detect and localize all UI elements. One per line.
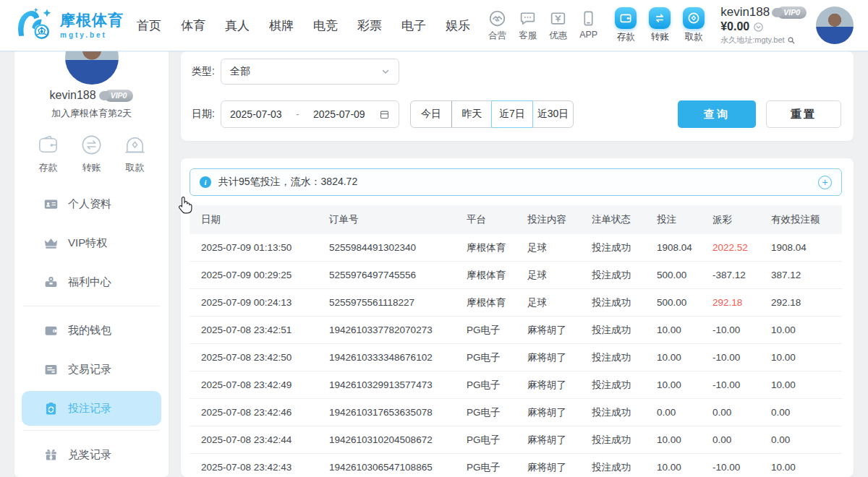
nav-item[interactable]: 真人 (225, 17, 250, 34)
cell-order: 1942610337782070273 (329, 325, 467, 335)
sidebar-item-wallet[interactable]: 我的钱包 (14, 311, 169, 350)
cell-order: 5255984491302340 (329, 242, 467, 253)
info-icon: i (200, 176, 211, 188)
partner-link[interactable]: 合营 (488, 9, 506, 42)
cell-valid: 10.00 (771, 462, 842, 473)
nav-item[interactable]: 棋牌 (269, 17, 294, 34)
cell-order: 5255976497745556 (329, 270, 467, 280)
cell-platform: PG电子 (467, 379, 527, 392)
cell-bet: 10.00 (657, 434, 712, 445)
app-label: APP (579, 30, 597, 40)
refresh-balance-icon[interactable] (753, 22, 764, 33)
cell-status: 投注成功 (592, 434, 657, 447)
range-today[interactable]: 今日 (411, 101, 451, 127)
col-content: 投注内容 (527, 213, 592, 226)
cell-content: 足球 (527, 241, 592, 254)
sidebar-transfer-button[interactable]: 转账 (80, 133, 103, 174)
withdraw-icon (123, 133, 147, 157)
chevron-down-icon (381, 67, 390, 76)
cell-bet: 10.00 (657, 325, 712, 335)
cell-platform: 摩根体育 (467, 241, 527, 254)
benefits-box-icon (43, 275, 59, 290)
sidebar-item-bet-records[interactable]: 投注记录 (22, 391, 161, 426)
sidebar-item-vip[interactable]: VIP特权 (14, 223, 169, 262)
date-range-input[interactable]: 2025-07-03 - 2025-07-09 (221, 100, 399, 128)
cell-order: 1942610333348676102 (329, 352, 467, 363)
cell-content: 足球 (527, 269, 592, 282)
col-platform: 平台 (467, 213, 527, 226)
table-row: 2025-07-08 23:42:44 1942610310204508672 … (190, 426, 842, 454)
support-label: 客服 (519, 30, 537, 42)
brand-logo-icon (14, 6, 54, 45)
expand-icon[interactable]: + (818, 176, 832, 189)
query-button[interactable]: 查询 (678, 100, 756, 128)
sidebar-withdraw-label: 取款 (126, 161, 145, 174)
cell-status: 投注成功 (592, 296, 657, 309)
withdraw-label: 取款 (685, 31, 703, 43)
header-quick-links: 合营 客服 优惠 (488, 9, 597, 42)
range-30days[interactable]: 近30日 (532, 101, 573, 127)
sidebar-item-label: 福利中心 (68, 275, 111, 289)
wallet-icon (43, 323, 59, 338)
app-link[interactable]: APP (579, 9, 597, 42)
range-yesterday[interactable]: 昨天 (451, 101, 492, 127)
deposit-button[interactable]: 存款 (615, 7, 637, 43)
cell-payout: -10.00 (712, 462, 771, 473)
nav-item[interactable]: 体育 (181, 17, 205, 34)
filter-panel: 类型: 全部 日期: 2025-07-03 - 2025-07-09 (181, 51, 854, 141)
deposit-wallet-icon (615, 7, 637, 29)
nav-item[interactable]: 娱乐 (446, 17, 470, 34)
vip-badge: VIP0 (777, 7, 807, 19)
transfer-button[interactable]: 转账 (649, 7, 671, 43)
bet-records-icon (43, 401, 59, 416)
sidebar-item-transactions[interactable]: 交易记录 (14, 350, 169, 389)
joined-days: 加入摩根体育第2天 (14, 107, 169, 120)
search-domain-icon[interactable] (787, 36, 796, 45)
reset-button[interactable]: 重置 (766, 100, 841, 128)
cell-platform: PG电子 (467, 351, 527, 364)
cell-content: 麻将胡了 (527, 379, 592, 392)
table-row: 2025-07-08 23:42:50 1942610333348676102 … (190, 344, 842, 371)
cell-date: 2025-07-09 01:13:50 (201, 242, 329, 253)
sidebar-item-profile[interactable]: 个人资料 (14, 184, 169, 223)
type-select[interactable]: 全部 (221, 59, 399, 85)
cell-payout: 292.18 (712, 297, 771, 308)
cell-platform: PG电子 (467, 434, 527, 447)
calendar-icon (379, 109, 390, 120)
brand-domain: mgty.bet (60, 31, 124, 39)
promo-link[interactable]: 优惠 (549, 9, 567, 42)
nav-item[interactable]: 电子 (401, 17, 426, 34)
support-link[interactable]: 客服 (519, 9, 537, 42)
cell-content: 麻将胡了 (527, 434, 592, 447)
nav-item[interactable]: 彩票 (357, 17, 382, 34)
summary-bar: i 共计95笔投注，流水：3824.72 + (190, 168, 842, 196)
table-header: 日期 订单号 平台 投注内容 注单状态 投注 派彩 有效投注额 (190, 205, 842, 234)
brand-title: 摩根体育 (60, 12, 124, 28)
perm-domain: 永久地址:mgty.bet (720, 35, 784, 46)
avatar[interactable] (816, 7, 854, 44)
sidebar-vip-badge: VIP0 (104, 90, 134, 102)
brand-logo[interactable]: 摩根体育 mgty.bet (14, 6, 124, 45)
nav-item[interactable]: 首页 (137, 17, 161, 34)
divider (23, 306, 160, 306)
promo-yen-icon (549, 9, 567, 27)
date-label: 日期: (192, 108, 221, 121)
transactions-icon (43, 362, 59, 377)
id-card-icon (43, 197, 59, 212)
cell-bet: 10.00 (657, 379, 712, 390)
table-row: 2025-07-08 23:42:49 1942610329913577473 … (190, 371, 842, 399)
cell-platform: 摩根体育 (467, 296, 527, 309)
col-valid: 有效投注额 (771, 213, 842, 226)
nav-item[interactable]: 电竞 (313, 17, 338, 34)
range-7days[interactable]: 近7日 (491, 100, 533, 128)
sidebar-deposit-button[interactable]: 存款 (36, 133, 60, 174)
sidebar-item-redeem-records[interactable]: 兑奖记录 (14, 435, 169, 474)
sidebar-item-benefits[interactable]: 福利中心 (14, 262, 169, 301)
cell-status: 投注成功 (592, 324, 657, 337)
cell-date: 2025-07-08 23:42:43 (201, 462, 329, 473)
summary-text: 共计95笔投注，流水：3824.72 (218, 176, 357, 189)
cell-valid: 0.00 (771, 434, 842, 445)
cell-date: 2025-07-08 23:42:44 (201, 434, 329, 445)
sidebar-withdraw-button[interactable]: 取款 (123, 133, 147, 174)
withdraw-button[interactable]: 取款 (683, 7, 705, 43)
